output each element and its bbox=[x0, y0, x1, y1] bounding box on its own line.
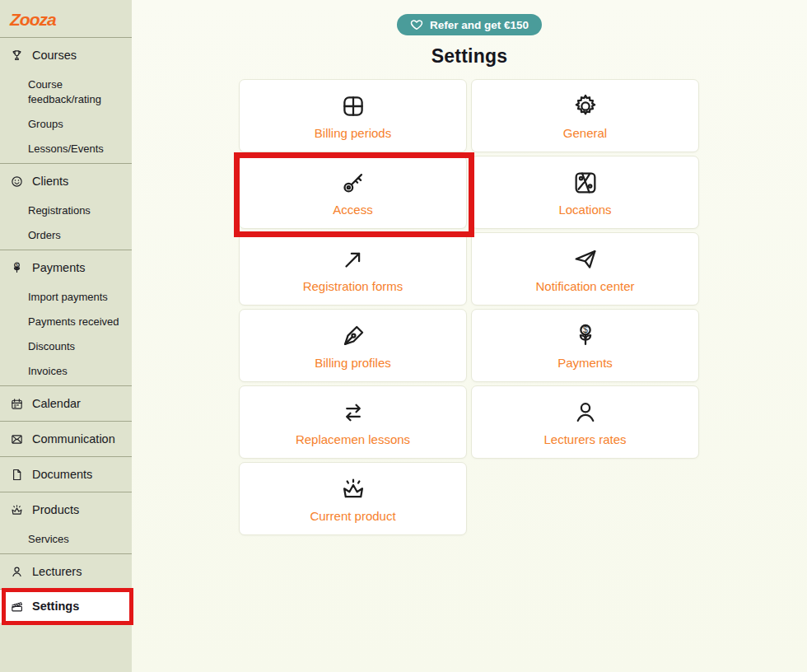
page-title: Settings bbox=[132, 45, 807, 68]
logo-container: Zooza bbox=[0, 0, 132, 38]
tile-label: General bbox=[563, 126, 607, 140]
refer-button-label: Refer and get €150 bbox=[430, 19, 529, 31]
person-icon bbox=[571, 399, 599, 427]
sidebar-item-label: Products bbox=[32, 502, 79, 518]
tile-label: Current product bbox=[310, 509, 395, 523]
sidebar-section-courses: Courses Course feedback/ratingGroupsLess… bbox=[0, 38, 132, 164]
tile-replacemen-lessons[interactable]: Replacemen lessons bbox=[239, 385, 467, 459]
tile-label: Payments bbox=[557, 356, 613, 370]
tile-general[interactable]: General bbox=[471, 79, 699, 152]
sidebar-subitem-lessons-events[interactable]: Lessons/Events bbox=[0, 137, 132, 161]
sidebar-subitem-course-feedback-rating[interactable]: Course feedback/rating bbox=[0, 72, 132, 112]
tile-label: Notification center bbox=[535, 279, 634, 293]
map-icon bbox=[571, 169, 599, 197]
sidebar-item-calendar[interactable]: Calendar bbox=[0, 386, 132, 421]
settings-tiles-grid: Billing periods General Access Locations… bbox=[239, 79, 699, 535]
cursor-arrow-icon bbox=[339, 245, 367, 273]
smiley-icon bbox=[10, 175, 24, 189]
sidebar-section-settings: Settings bbox=[0, 590, 132, 623]
sidebar-subitem-services[interactable]: Services bbox=[0, 527, 132, 552]
tile-label: Billing profiles bbox=[315, 356, 391, 370]
key-icon bbox=[339, 169, 367, 197]
sidebar-nav: Courses Course feedback/ratingGroupsLess… bbox=[0, 38, 132, 623]
tile-label: Registration forms bbox=[303, 279, 404, 293]
sidebar-item-payments[interactable]: $ Payments bbox=[0, 250, 132, 285]
sidebar-item-products[interactable]: Products bbox=[0, 492, 132, 527]
tile-label: Billing periods bbox=[315, 126, 391, 140]
tile-notification-center[interactable]: Notification center bbox=[471, 232, 699, 306]
sidebar-item-communication[interactable]: Communication bbox=[0, 422, 132, 456]
sidebar-item-lecturers[interactable]: Lecturers bbox=[0, 554, 132, 589]
crown-icon bbox=[339, 475, 367, 503]
crown-icon bbox=[10, 503, 24, 517]
money-plant-icon: $ bbox=[571, 322, 599, 350]
sidebar-subitem-groups[interactable]: Groups bbox=[0, 112, 132, 137]
sidebar-section-lecturers: Lecturers bbox=[0, 554, 132, 590]
grid-icon bbox=[339, 92, 367, 120]
paper-plane-icon bbox=[571, 245, 599, 273]
sidebar-item-settings[interactable]: Settings bbox=[0, 590, 132, 623]
sidebar-item-documents[interactable]: Documents bbox=[0, 457, 132, 492]
app-window: Zooza Courses Course feedback/ratingGrou… bbox=[0, 0, 807, 672]
sidebar-section-documents: Documents bbox=[0, 457, 132, 492]
sidebar-subitems: Course feedback/ratingGroupsLessons/Even… bbox=[0, 72, 132, 163]
sidebar: Zooza Courses Course feedback/ratingGrou… bbox=[0, 0, 132, 672]
person-icon bbox=[10, 565, 24, 579]
gear-icon bbox=[571, 92, 599, 120]
sidebar-item-label: Settings bbox=[32, 598, 79, 614]
sidebar-item-courses[interactable]: Courses bbox=[0, 38, 132, 72]
sidebar-item-label: Documents bbox=[32, 466, 92, 483]
sidebar-item-label: Clients bbox=[32, 173, 68, 189]
sidebar-section-payments: $ Payments Import paymentsPayments recei… bbox=[0, 250, 132, 386]
tile-label: Access bbox=[333, 203, 372, 217]
app-logo[interactable]: Zooza bbox=[10, 10, 56, 29]
trophy-icon bbox=[10, 49, 24, 63]
tile-current-product[interactable]: Current product bbox=[239, 462, 467, 535]
tile-lecturers-rates[interactable]: Lecturers rates bbox=[471, 385, 699, 459]
pen-nib-icon bbox=[339, 322, 367, 350]
document-icon bbox=[10, 468, 24, 482]
sidebar-subitems: Import paymentsPayments receivedDiscount… bbox=[0, 285, 132, 385]
svg-text:$: $ bbox=[583, 324, 588, 334]
sidebar-item-label: Communication bbox=[32, 431, 115, 447]
refer-button[interactable]: Refer and get €150 bbox=[397, 14, 542, 35]
svg-text:$: $ bbox=[16, 262, 18, 267]
sidebar-subitem-discounts[interactable]: Discounts bbox=[0, 334, 132, 359]
sidebar-subitem-payments-received[interactable]: Payments received bbox=[0, 310, 132, 334]
tile-registration-forms[interactable]: Registration forms bbox=[239, 232, 467, 306]
sidebar-section-products: Products Services bbox=[0, 492, 132, 554]
sidebar-subitems: Services bbox=[0, 527, 132, 553]
clapperboard-icon bbox=[10, 600, 24, 614]
sidebar-item-label: Courses bbox=[32, 47, 77, 63]
sidebar-section-calendar: Calendar bbox=[0, 386, 132, 422]
swap-arrows-icon bbox=[339, 399, 367, 427]
tile-label: Lecturers rates bbox=[543, 432, 626, 446]
tile-payments[interactable]: $ Payments bbox=[471, 309, 699, 382]
sidebar-subitems: RegistrationsOrders bbox=[0, 198, 132, 250]
tile-locations[interactable]: Locations bbox=[471, 156, 699, 229]
tile-billing-periods[interactable]: Billing periods bbox=[239, 79, 467, 152]
sidebar-subitem-orders[interactable]: Orders bbox=[0, 223, 132, 248]
sidebar-subitem-invoices[interactable]: Invoices bbox=[0, 359, 132, 384]
sidebar-item-label: Payments bbox=[32, 259, 85, 276]
settings-page: Refer and get €150 Settings Billing peri… bbox=[132, 0, 807, 672]
calendar-icon bbox=[10, 397, 24, 411]
tile-label: Replacemen lessons bbox=[296, 432, 410, 446]
sidebar-subitem-import-payments[interactable]: Import payments bbox=[0, 285, 132, 310]
heart-icon bbox=[410, 18, 423, 31]
sidebar-subitem-registrations[interactable]: Registrations bbox=[0, 198, 132, 223]
tile-access[interactable]: Access bbox=[239, 156, 467, 229]
sidebar-section-clients: Clients RegistrationsOrders bbox=[0, 164, 132, 250]
sidebar-item-clients[interactable]: Clients bbox=[0, 164, 132, 198]
envelope-icon bbox=[10, 432, 24, 446]
sidebar-section-communication: Communication bbox=[0, 422, 132, 457]
tile-billing-profiles[interactable]: Billing profiles bbox=[239, 309, 467, 382]
sidebar-item-label: Lecturers bbox=[32, 563, 82, 580]
tile-label: Locations bbox=[558, 203, 611, 217]
money-plant-icon: $ bbox=[10, 261, 24, 275]
sidebar-item-label: Calendar bbox=[32, 395, 81, 412]
